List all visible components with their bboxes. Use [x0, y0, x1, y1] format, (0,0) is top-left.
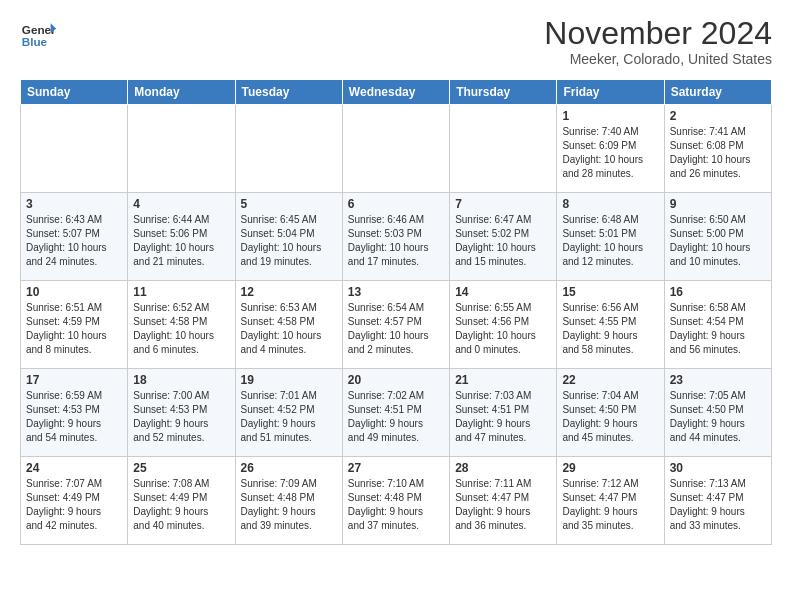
day-cell-3-2: 19Sunrise: 7:01 AM Sunset: 4:52 PM Dayli…	[235, 369, 342, 457]
day-number-23: 23	[670, 373, 766, 387]
header-wednesday: Wednesday	[342, 80, 449, 105]
day-cell-2-2: 12Sunrise: 6:53 AM Sunset: 4:58 PM Dayli…	[235, 281, 342, 369]
week-row-4: 24Sunrise: 7:07 AM Sunset: 4:49 PM Dayli…	[21, 457, 772, 545]
page-header: General Blue November 2024 Meeker, Color…	[20, 16, 772, 67]
day-cell-1-1: 4Sunrise: 6:44 AM Sunset: 5:06 PM Daylig…	[128, 193, 235, 281]
day-number-12: 12	[241, 285, 337, 299]
day-info-28: Sunrise: 7:11 AM Sunset: 4:47 PM Dayligh…	[455, 477, 551, 533]
day-info-20: Sunrise: 7:02 AM Sunset: 4:51 PM Dayligh…	[348, 389, 444, 445]
day-info-4: Sunrise: 6:44 AM Sunset: 5:06 PM Dayligh…	[133, 213, 229, 269]
day-number-28: 28	[455, 461, 551, 475]
day-info-5: Sunrise: 6:45 AM Sunset: 5:04 PM Dayligh…	[241, 213, 337, 269]
day-number-26: 26	[241, 461, 337, 475]
day-info-2: Sunrise: 7:41 AM Sunset: 6:08 PM Dayligh…	[670, 125, 766, 181]
day-cell-0-3	[342, 105, 449, 193]
header-tuesday: Tuesday	[235, 80, 342, 105]
day-number-8: 8	[562, 197, 658, 211]
day-cell-4-6: 30Sunrise: 7:13 AM Sunset: 4:47 PM Dayli…	[664, 457, 771, 545]
day-cell-2-3: 13Sunrise: 6:54 AM Sunset: 4:57 PM Dayli…	[342, 281, 449, 369]
header-thursday: Thursday	[450, 80, 557, 105]
day-info-24: Sunrise: 7:07 AM Sunset: 4:49 PM Dayligh…	[26, 477, 122, 533]
day-number-5: 5	[241, 197, 337, 211]
day-cell-2-6: 16Sunrise: 6:58 AM Sunset: 4:54 PM Dayli…	[664, 281, 771, 369]
day-cell-0-5: 1Sunrise: 7:40 AM Sunset: 6:09 PM Daylig…	[557, 105, 664, 193]
day-cell-3-5: 22Sunrise: 7:04 AM Sunset: 4:50 PM Dayli…	[557, 369, 664, 457]
day-number-9: 9	[670, 197, 766, 211]
day-cell-2-1: 11Sunrise: 6:52 AM Sunset: 4:58 PM Dayli…	[128, 281, 235, 369]
day-number-15: 15	[562, 285, 658, 299]
day-cell-2-4: 14Sunrise: 6:55 AM Sunset: 4:56 PM Dayli…	[450, 281, 557, 369]
day-number-19: 19	[241, 373, 337, 387]
day-info-29: Sunrise: 7:12 AM Sunset: 4:47 PM Dayligh…	[562, 477, 658, 533]
day-info-12: Sunrise: 6:53 AM Sunset: 4:58 PM Dayligh…	[241, 301, 337, 357]
day-number-24: 24	[26, 461, 122, 475]
calendar-table: Sunday Monday Tuesday Wednesday Thursday…	[20, 79, 772, 545]
day-number-16: 16	[670, 285, 766, 299]
day-number-25: 25	[133, 461, 229, 475]
header-monday: Monday	[128, 80, 235, 105]
day-number-27: 27	[348, 461, 444, 475]
day-number-1: 1	[562, 109, 658, 123]
title-block: November 2024 Meeker, Colorado, United S…	[544, 16, 772, 67]
day-cell-2-5: 15Sunrise: 6:56 AM Sunset: 4:55 PM Dayli…	[557, 281, 664, 369]
day-number-4: 4	[133, 197, 229, 211]
day-info-16: Sunrise: 6:58 AM Sunset: 4:54 PM Dayligh…	[670, 301, 766, 357]
day-info-10: Sunrise: 6:51 AM Sunset: 4:59 PM Dayligh…	[26, 301, 122, 357]
day-cell-1-4: 7Sunrise: 6:47 AM Sunset: 5:02 PM Daylig…	[450, 193, 557, 281]
day-info-19: Sunrise: 7:01 AM Sunset: 4:52 PM Dayligh…	[241, 389, 337, 445]
week-row-1: 3Sunrise: 6:43 AM Sunset: 5:07 PM Daylig…	[21, 193, 772, 281]
day-cell-3-6: 23Sunrise: 7:05 AM Sunset: 4:50 PM Dayli…	[664, 369, 771, 457]
day-cell-1-5: 8Sunrise: 6:48 AM Sunset: 5:01 PM Daylig…	[557, 193, 664, 281]
day-number-6: 6	[348, 197, 444, 211]
day-cell-3-1: 18Sunrise: 7:00 AM Sunset: 4:53 PM Dayli…	[128, 369, 235, 457]
day-info-25: Sunrise: 7:08 AM Sunset: 4:49 PM Dayligh…	[133, 477, 229, 533]
day-info-9: Sunrise: 6:50 AM Sunset: 5:00 PM Dayligh…	[670, 213, 766, 269]
day-number-11: 11	[133, 285, 229, 299]
day-number-29: 29	[562, 461, 658, 475]
day-cell-0-1	[128, 105, 235, 193]
day-cell-1-6: 9Sunrise: 6:50 AM Sunset: 5:00 PM Daylig…	[664, 193, 771, 281]
logo-icon: General Blue	[20, 16, 56, 52]
day-info-17: Sunrise: 6:59 AM Sunset: 4:53 PM Dayligh…	[26, 389, 122, 445]
day-info-3: Sunrise: 6:43 AM Sunset: 5:07 PM Dayligh…	[26, 213, 122, 269]
day-info-26: Sunrise: 7:09 AM Sunset: 4:48 PM Dayligh…	[241, 477, 337, 533]
day-info-11: Sunrise: 6:52 AM Sunset: 4:58 PM Dayligh…	[133, 301, 229, 357]
day-cell-0-6: 2Sunrise: 7:41 AM Sunset: 6:08 PM Daylig…	[664, 105, 771, 193]
day-cell-4-3: 27Sunrise: 7:10 AM Sunset: 4:48 PM Dayli…	[342, 457, 449, 545]
day-info-15: Sunrise: 6:56 AM Sunset: 4:55 PM Dayligh…	[562, 301, 658, 357]
day-number-21: 21	[455, 373, 551, 387]
day-info-7: Sunrise: 6:47 AM Sunset: 5:02 PM Dayligh…	[455, 213, 551, 269]
day-info-27: Sunrise: 7:10 AM Sunset: 4:48 PM Dayligh…	[348, 477, 444, 533]
day-number-18: 18	[133, 373, 229, 387]
day-cell-4-2: 26Sunrise: 7:09 AM Sunset: 4:48 PM Dayli…	[235, 457, 342, 545]
header-sunday: Sunday	[21, 80, 128, 105]
day-info-14: Sunrise: 6:55 AM Sunset: 4:56 PM Dayligh…	[455, 301, 551, 357]
location: Meeker, Colorado, United States	[544, 51, 772, 67]
day-number-3: 3	[26, 197, 122, 211]
week-row-2: 10Sunrise: 6:51 AM Sunset: 4:59 PM Dayli…	[21, 281, 772, 369]
header-saturday: Saturday	[664, 80, 771, 105]
day-number-17: 17	[26, 373, 122, 387]
weekday-header-row: Sunday Monday Tuesday Wednesday Thursday…	[21, 80, 772, 105]
day-number-14: 14	[455, 285, 551, 299]
day-info-18: Sunrise: 7:00 AM Sunset: 4:53 PM Dayligh…	[133, 389, 229, 445]
day-info-23: Sunrise: 7:05 AM Sunset: 4:50 PM Dayligh…	[670, 389, 766, 445]
day-cell-2-0: 10Sunrise: 6:51 AM Sunset: 4:59 PM Dayli…	[21, 281, 128, 369]
day-number-13: 13	[348, 285, 444, 299]
day-cell-4-0: 24Sunrise: 7:07 AM Sunset: 4:49 PM Dayli…	[21, 457, 128, 545]
day-number-30: 30	[670, 461, 766, 475]
day-cell-3-4: 21Sunrise: 7:03 AM Sunset: 4:51 PM Dayli…	[450, 369, 557, 457]
day-cell-1-2: 5Sunrise: 6:45 AM Sunset: 5:04 PM Daylig…	[235, 193, 342, 281]
day-cell-0-2	[235, 105, 342, 193]
day-info-30: Sunrise: 7:13 AM Sunset: 4:47 PM Dayligh…	[670, 477, 766, 533]
day-info-1: Sunrise: 7:40 AM Sunset: 6:09 PM Dayligh…	[562, 125, 658, 181]
day-number-2: 2	[670, 109, 766, 123]
day-cell-4-4: 28Sunrise: 7:11 AM Sunset: 4:47 PM Dayli…	[450, 457, 557, 545]
calendar-page: General Blue November 2024 Meeker, Color…	[0, 0, 792, 561]
svg-text:Blue: Blue	[22, 35, 48, 48]
header-friday: Friday	[557, 80, 664, 105]
day-info-6: Sunrise: 6:46 AM Sunset: 5:03 PM Dayligh…	[348, 213, 444, 269]
day-cell-3-0: 17Sunrise: 6:59 AM Sunset: 4:53 PM Dayli…	[21, 369, 128, 457]
week-row-0: 1Sunrise: 7:40 AM Sunset: 6:09 PM Daylig…	[21, 105, 772, 193]
month-title: November 2024	[544, 16, 772, 51]
